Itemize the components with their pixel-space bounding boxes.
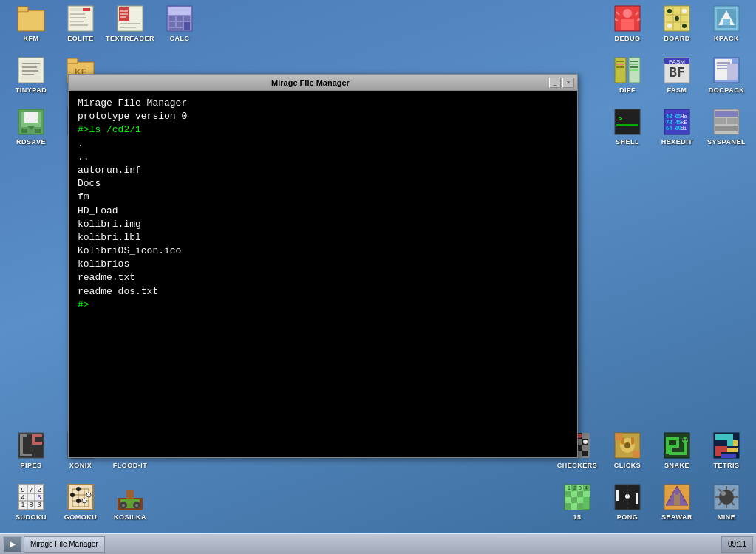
icon-eolite[interactable]: EOLITE (55, 4, 106, 42)
file-manager-window[interactable]: Mirage File Manager _ × Mirage File Mana… (68, 74, 578, 458)
icon-rdsave[interactable]: RDSAVE (6, 107, 56, 146)
svg-rect-224 (675, 489, 678, 495)
minimize-button[interactable]: _ (549, 78, 561, 88)
icon-mine[interactable]: MINE (701, 482, 752, 521)
svg-rect-30 (22, 70, 38, 72)
svg-rect-207 (571, 497, 577, 503)
icon-tinypad[interactable]: TINYPAD (6, 55, 56, 94)
hexedit-label: HEXEDIT (661, 138, 693, 146)
icon-kfm[interactable]: KFM (6, 4, 56, 42)
svg-rect-73 (630, 66, 638, 68)
taskbar-window-item[interactable]: Mirage File Manager (24, 536, 105, 553)
15-icon: 1 2 3 4 (563, 483, 591, 511)
docpack-label: DOCPACK (709, 86, 744, 94)
svg-rect-24 (184, 22, 190, 30)
svg-rect-87 (616, 124, 638, 126)
svg-rect-202 (565, 491, 571, 497)
icon-gomoku[interactable]: GOMOKU (55, 482, 106, 521)
svg-rect-31 (22, 74, 34, 75)
terminal-line-11: KolibriOS_icon.ico (78, 244, 568, 258)
svg-text:BF: BF (669, 64, 685, 80)
svg-rect-1 (18, 7, 28, 12)
icon-kpack[interactable]: KPACK (701, 4, 752, 42)
svg-rect-18 (168, 7, 191, 15)
icon-textreader[interactable]: TEXTREADER (105, 4, 155, 42)
checkers-label: CHECKERS (557, 462, 598, 469)
svg-rect-211 (577, 503, 583, 510)
gomoku-icon (67, 483, 95, 511)
kfm-icon (17, 4, 45, 33)
terminal-line-13: readme.txt (78, 271, 568, 284)
terminal-line-2: #>ls /cd2/1 (78, 123, 568, 137)
tinypad-label: TINYPAD (16, 86, 47, 94)
icon-hexedit[interactable]: 48 65 78 45 64 69 He xE di HEXEDIT (652, 107, 702, 146)
icon-pipes[interactable]: PIPES (6, 431, 56, 469)
svg-text:3: 3 (579, 485, 582, 490)
svg-rect-22 (169, 22, 175, 27)
svg-rect-68 (616, 61, 624, 62)
svg-rect-194 (733, 448, 738, 452)
svg-point-150 (76, 487, 81, 491)
sudoku-label: SUDOKU (16, 513, 47, 521)
icon-docpack[interactable]: DOCPACK (701, 55, 752, 94)
svg-point-59 (675, 16, 679, 21)
svg-rect-21 (184, 16, 190, 21)
svg-rect-82 (717, 65, 727, 66)
svg-rect-190 (715, 446, 721, 452)
svg-text:>_: >_ (618, 114, 627, 123)
svg-rect-71 (630, 61, 638, 62)
svg-rect-33 (67, 58, 78, 64)
terminal-line-9: kolibri.img (78, 218, 568, 231)
pipes-label: PIPES (20, 462, 41, 469)
icon-15[interactable]: 1 2 3 4 15 (552, 482, 602, 521)
svg-rect-195 (733, 440, 738, 446)
svg-text:7: 7 (29, 486, 33, 493)
clicks-icon (613, 431, 641, 459)
svg-point-184 (686, 439, 688, 441)
icon-kosilka[interactable]: KOSILKA (105, 482, 155, 521)
close-button[interactable]: × (562, 78, 574, 88)
icon-clicks[interactable]: CLICKS (602, 431, 653, 469)
textreader-label: TEXTREADER (106, 35, 154, 42)
icon-diff[interactable]: DIFF (602, 55, 653, 94)
terminal-line-10: kolibri.lbl (78, 231, 568, 244)
svg-text:1: 1 (21, 501, 24, 508)
icon-fasm[interactable]: BF FASM FASM (652, 55, 702, 94)
calc-icon (166, 4, 194, 33)
svg-rect-15 (120, 23, 140, 24)
icon-seawar[interactable]: SEAWAR (652, 482, 702, 521)
svg-text:4: 4 (585, 485, 588, 490)
icon-board[interactable]: BOARD (652, 4, 702, 42)
svg-rect-37 (24, 112, 38, 123)
icon-tetris[interactable]: TETRIS (701, 431, 752, 469)
icon-debug[interactable]: DEBUG (602, 4, 653, 42)
board-label: BOARD (664, 35, 690, 42)
svg-text:9: 9 (21, 486, 24, 493)
window-title: Mirage File Manager (72, 78, 549, 87)
tetris-label: TETRIS (713, 462, 739, 469)
svg-point-183 (683, 439, 685, 441)
svg-point-159 (122, 504, 125, 507)
debug-label: DEBUG (614, 35, 640, 42)
icon-syspanel[interactable]: SYSPANEL (701, 107, 752, 146)
icon-pong[interactable]: PONG (602, 482, 653, 521)
window-titlebar[interactable]: Mirage File Manager _ × (69, 75, 577, 91)
svg-rect-6 (70, 17, 86, 18)
textreader-icon (116, 4, 144, 33)
svg-rect-96 (715, 111, 738, 117)
mine-icon (712, 483, 740, 511)
icon-shell[interactable]: >_ SHELL (602, 107, 653, 146)
start-button[interactable]: ▶ (3, 536, 22, 553)
icon-snake[interactable]: SNAKE (652, 431, 702, 469)
terminal-line-12: kolibrios (78, 258, 568, 271)
svg-rect-196 (721, 454, 736, 458)
floodit-label: FLOOD-IT (113, 462, 148, 469)
svg-rect-7 (70, 21, 84, 22)
icon-sudoku[interactable]: 9 7 2 4 5 1 8 3 SUDOKU (6, 482, 56, 521)
docpack-icon (712, 56, 740, 84)
icon-calc[interactable]: CALC (154, 4, 205, 42)
diff-label: DIFF (619, 86, 636, 94)
svg-rect-188 (727, 434, 733, 440)
svg-rect-46 (621, 19, 634, 30)
shell-icon: >_ (613, 108, 641, 136)
